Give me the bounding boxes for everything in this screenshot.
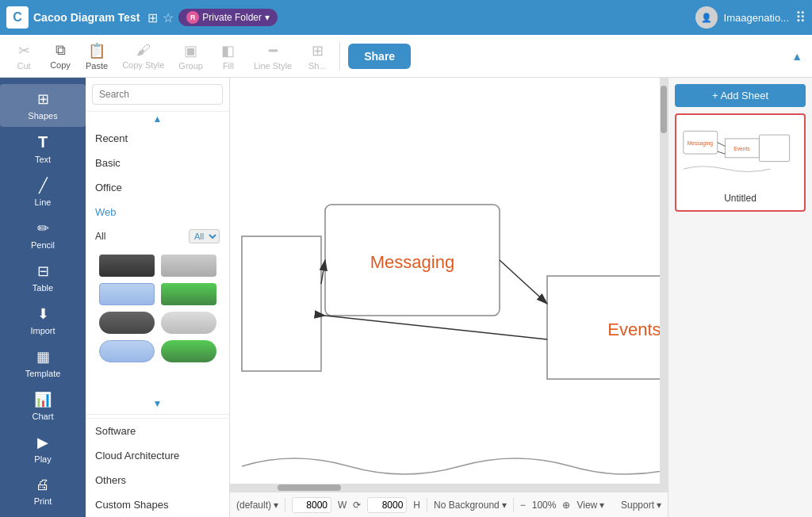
import-sidebar-icon: ⬇ [37, 305, 49, 323]
horizontal-scrollbar[interactable] [230, 484, 668, 492]
height-input[interactable] [367, 497, 407, 513]
svg-text:Events: Events [733, 146, 750, 151]
sidebar-item-import[interactable]: ⬇ Import [0, 299, 86, 342]
sidebar-item-text[interactable]: T Text [0, 127, 86, 170]
shape-cat-others[interactable]: Others [86, 468, 229, 492]
copy-button[interactable]: ⧉ Copy [43, 39, 78, 73]
page-size-label: (default) [236, 500, 271, 511]
shape-swatch-blue-outline[interactable] [99, 283, 155, 305]
zoom-out-button[interactable]: − [520, 500, 526, 511]
shape-row-3 [92, 312, 223, 334]
shape-swatch-gray-pill[interactable] [161, 312, 216, 334]
shapes-sidebar-icon: ⊞ [37, 90, 49, 108]
shape-swatch-dark-pill[interactable] [99, 312, 155, 334]
zoom-selector[interactable]: 100% [532, 500, 557, 511]
grid-view-icon[interactable]: ⊞ [147, 10, 158, 25]
private-folder-btn[interactable]: R Private Folder ▾ [178, 9, 278, 26]
paste-button[interactable]: 📋 Paste [79, 39, 114, 74]
refresh-icon[interactable]: ⟳ [353, 500, 361, 511]
statusbar-sep-2 [427, 498, 427, 512]
shape-swatch-green[interactable] [161, 283, 216, 305]
messaging-label: Messaging [370, 252, 454, 272]
shape-row-4 [92, 340, 223, 362]
vertical-scrollbar[interactable] [660, 78, 668, 492]
shape-filter-select[interactable]: All [189, 229, 220, 243]
table-sidebar-icon: ⊟ [37, 262, 49, 280]
statusbar: (default) ▾ W ⟳ H No Background ▾ − 100%… [230, 492, 668, 517]
diagram-svg[interactable]: Messaging Events [230, 78, 660, 484]
sheet-thumbnail[interactable]: Messaging Events Untitled [675, 113, 806, 212]
shape-cat-software[interactable]: Software [86, 419, 229, 443]
toolbar-separator [339, 42, 340, 71]
cut-button[interactable]: ✂ Cut [6, 39, 41, 74]
scrollbar-v-thumb[interactable] [661, 86, 667, 133]
sidebar-item-pencil[interactable]: ✏ Pencil [0, 213, 86, 256]
zoom-in-button[interactable]: ⊕ [562, 500, 570, 511]
star-icon[interactable]: ☆ [163, 10, 174, 25]
statusbar-sep-3 [513, 498, 514, 512]
sidebar-item-table[interactable]: ⊟ Table [0, 256, 86, 299]
line-style-button[interactable]: ━ Line Style [247, 39, 298, 74]
sidebar-item-chart[interactable]: 📊 Chart [0, 385, 86, 427]
sidebar-item-play[interactable]: ▶ Play [0, 427, 86, 470]
panel-scroll-up[interactable]: ▲ [86, 112, 229, 126]
table-sidebar-label: Table [33, 283, 53, 293]
line-sidebar-label: Line [35, 197, 52, 207]
shape-sub-header: All All [86, 224, 229, 248]
right-panel: + Add Sheet Messaging Events Untitled › [668, 78, 812, 517]
sidebar-item-shapes[interactable]: ⊞ Shapes [0, 84, 86, 127]
page-size-selector[interactable]: (default) ▾ [236, 500, 278, 511]
shape-categories: Recent Basic Office Web [86, 126, 229, 224]
width-input[interactable] [292, 497, 331, 513]
shape-search-input[interactable] [92, 84, 223, 105]
statusbar-sep-1 [285, 498, 285, 512]
panel-scroll-down[interactable]: ▼ [86, 396, 229, 411]
canvas-area: Messaging Events [230, 78, 668, 517]
collapse-toolbar-button[interactable]: ▲ [788, 47, 806, 66]
view-label: View [576, 500, 597, 511]
svg-rect-24 [759, 135, 789, 161]
import-sidebar-label: Import [30, 326, 55, 335]
support-selector[interactable]: Support ▾ [621, 500, 661, 511]
shapes-button[interactable]: ⊞ Sh... [300, 39, 335, 74]
shape-cat-recent[interactable]: Recent [86, 126, 229, 151]
paste-icon: 📋 [88, 42, 105, 59]
user-avatar: 👤 [695, 6, 718, 29]
sidebar-item-line[interactable]: ╱ Line [0, 170, 86, 213]
svg-rect-1 [242, 236, 321, 371]
topbar: C Cacoo Diagram Test ⊞ ☆ R Private Folde… [0, 0, 812, 35]
paste-label: Paste [86, 61, 108, 71]
shape-cat-custom[interactable]: Custom Shapes [86, 492, 229, 517]
shape-cat-cloud[interactable]: Cloud Architecture [86, 443, 229, 468]
group-label: Group [178, 61, 203, 71]
pencil-sidebar-label: Pencil [31, 240, 55, 250]
canvas-scroll[interactable]: Messaging Events [230, 78, 668, 492]
line-style-icon: ━ [269, 42, 278, 59]
sidebar-item-template[interactable]: ▦ Template [0, 342, 86, 385]
sidebar-item-export[interactable]: ⬆ Export [0, 512, 86, 517]
apps-grid-icon[interactable]: ⠿ [795, 9, 806, 26]
shape-cat-office[interactable]: Office [86, 175, 229, 200]
shape-search-area [86, 78, 229, 112]
fill-button[interactable]: ◧ Fill [211, 39, 246, 74]
copy-label: Copy [50, 60, 71, 70]
shape-cat-web[interactable]: Web [86, 200, 229, 224]
support-chevron: ▾ [657, 500, 661, 511]
background-selector[interactable]: No Background ▾ [434, 500, 507, 511]
add-sheet-button[interactable]: + Add Sheet [675, 84, 806, 107]
view-selector[interactable]: View ▾ [576, 500, 604, 511]
shape-swatch-blue-pill[interactable] [99, 340, 155, 362]
shape-cat-basic[interactable]: Basic [86, 151, 229, 175]
copy-style-button[interactable]: 🖌 Copy Style [116, 39, 170, 73]
bg-chevron: ▾ [502, 500, 507, 511]
share-button[interactable]: Share [348, 44, 411, 69]
support-label: Support [621, 500, 654, 511]
text-sidebar-label: Text [35, 155, 51, 164]
sidebar-item-print[interactable]: 🖨 Print [0, 470, 86, 512]
scrollbar-h-thumb[interactable] [278, 484, 341, 491]
shape-swatch-dark[interactable] [99, 255, 155, 277]
shape-swatch-gray[interactable] [161, 255, 216, 277]
group-button[interactable]: ▣ Group [172, 39, 209, 74]
shape-swatch-green-pill[interactable] [161, 340, 216, 362]
toolbar: ✂ Cut ⧉ Copy 📋 Paste 🖌 Copy Style ▣ Grou… [0, 35, 812, 78]
